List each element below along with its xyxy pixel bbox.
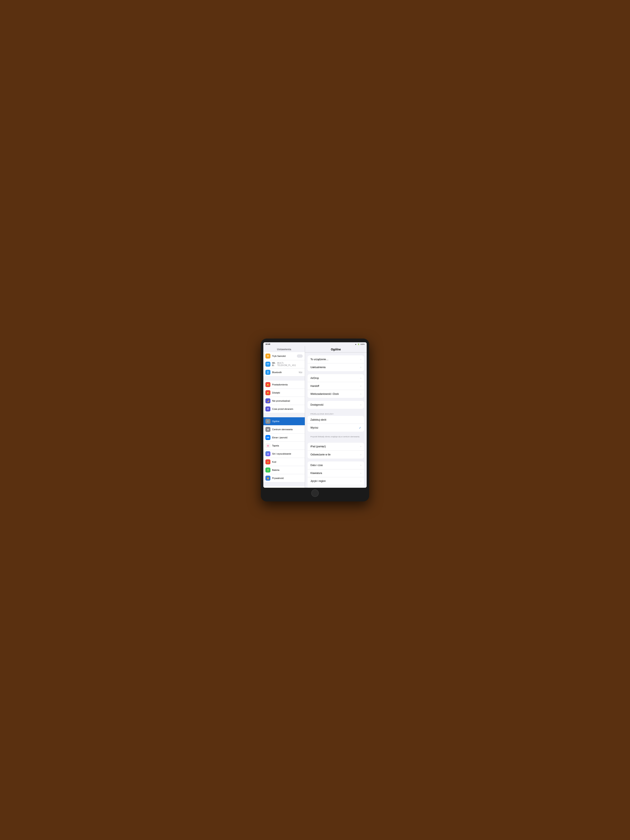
sidebar-item-screentime[interactable]: ⏱ Czas przed ekranem	[263, 405, 305, 413]
panel-row-language[interactable]: Język i region ›	[308, 477, 364, 485]
mute-checkmark: ✓	[359, 426, 361, 429]
sidebar-item-display[interactable]: AA Ekran i jasność	[263, 434, 305, 442]
battery-icon: 🔋	[265, 467, 270, 472]
panel-row-bg-refresh[interactable]: Odświeżanie w tle ›	[308, 451, 364, 458]
battery-icon: 🔋	[357, 343, 360, 345]
panel-section-airdrop: AirDrop › Handoff › Wielozadaniowość i D…	[308, 374, 364, 398]
display-icon: AA	[265, 435, 270, 440]
label-handoff: Handoff	[310, 385, 359, 387]
sidebar-label-wifi: Wi-Fi	[272, 362, 276, 367]
sidebar-sep-3	[263, 482, 305, 486]
panel-row-ipad-memory[interactable]: iPad (pamięć) ›	[308, 443, 364, 451]
chevron-ipad-memory: ›	[360, 445, 361, 448]
sidebar-item-wifi[interactable]: Wi-Fi MULTI-TELEKOM_PL_4G1	[263, 360, 305, 368]
sidebar-item-general[interactable]: ⚙️ Ogólne	[263, 417, 305, 425]
chevron-about: ›	[360, 358, 361, 361]
label-accessibility: Dostępność	[310, 403, 359, 406]
label-ipad-memory: iPad (pamięć)	[310, 445, 359, 448]
chevron-datetime: ›	[360, 464, 361, 467]
settings-layout: Ustawienia ✈ Tryb Samolot Wi-Fi MULTI-TE…	[263, 346, 367, 488]
label-rotation-lock: Zablokuj obrót	[310, 418, 361, 421]
panel-group-about: To urządzenie… › Uaktualnienia ›	[308, 355, 364, 371]
siri-icon: ◎	[265, 451, 270, 456]
sounds-icon: 🔔	[265, 390, 270, 395]
panel-row-datetime[interactable]: Data i czas ›	[308, 461, 364, 469]
sidebar-label-screentime: Czas przed ekranem	[272, 408, 303, 410]
sidebar-item-battery[interactable]: 🔋 Bateria	[263, 466, 305, 474]
panel-row-about[interactable]: To urządzenie… ›	[308, 355, 364, 363]
panel-row-update[interactable]: Uaktualnienia ›	[308, 363, 364, 371]
sidebar-label-airplane: Tryb Samolot	[272, 355, 295, 357]
panel-row-dictionary[interactable]: Słownik ›	[308, 485, 364, 488]
panel-section-about: To urządzenie… › Uaktualnienia ›	[308, 355, 364, 371]
airplane-icon: ✈	[265, 354, 270, 358]
panel-row-multitasking[interactable]: Wielozadaniowość i Dock ›	[308, 390, 364, 398]
panel-row-handoff[interactable]: Handoff ›	[308, 382, 364, 390]
chevron-bg-refresh: ›	[360, 453, 361, 456]
panel-row-keyboard[interactable]: Klawiatura ›	[308, 469, 364, 477]
panel-group-datetime: Data i czas › Klawiatura › Język i regio…	[308, 461, 364, 488]
label-multitasking: Wielozadaniowość i Dock	[310, 393, 359, 395]
sidebar-item-airplane[interactable]: ✈ Tryb Samolot	[263, 352, 305, 360]
sidebar-item-passcode[interactable]: 🔒 Kod	[263, 458, 305, 466]
panel-group-sideswitch: Zablokuj obrót Wycisz ✓	[308, 416, 364, 432]
chevron-handoff: ›	[360, 385, 361, 387]
sidebar-label-wallpaper: Tapeta	[272, 444, 303, 447]
sidebar-label-passcode: Kod	[272, 461, 303, 463]
chevron-multitasking: ›	[360, 393, 361, 395]
status-right: ▲ 🔋 100%	[355, 343, 365, 345]
sidebar-label-dnd: Nie przeszkadzać	[272, 399, 303, 402]
sidebar-label-sounds: Dźwięki	[272, 392, 303, 394]
panel-row-mute[interactable]: Wycisz ✓	[308, 424, 364, 432]
controlcenter-icon: ⊞	[265, 427, 270, 432]
sidebar-label-controlcenter: Centrum sterowania	[272, 428, 303, 431]
battery-percent: 100%	[360, 343, 365, 345]
home-button[interactable]	[311, 489, 319, 497]
sidebar-item-itunes[interactable]: 🅰 iTunes Store i App Store	[263, 486, 305, 488]
sidebar-item-notifications[interactable]: 🔔 Powiadomienia	[263, 381, 305, 389]
panel-row-accessibility[interactable]: Dostępność ›	[308, 401, 364, 409]
sideswitch-section-title: PRZEŁĄCZNIK BOCZNY:	[308, 412, 364, 416]
screentime-icon: ⏱	[265, 406, 270, 412]
status-bar: 10:40 ▲ 🔋 100%	[263, 342, 367, 346]
wifi-value: MULTI-TELEKOM_PL_4G1	[277, 362, 303, 366]
wifi-icon	[265, 362, 270, 367]
chevron-update: ›	[360, 366, 361, 369]
wifi-icon: ▲	[355, 343, 357, 345]
chevron-airdrop: ›	[360, 377, 361, 380]
panel-group-accessibility: Dostępność ›	[308, 401, 364, 409]
panel-group-ipad: iPad (pamięć) › Odświeżanie w tle ›	[308, 443, 364, 458]
label-mute: Wycisz	[310, 426, 358, 429]
sidebar-label-privacy: Prywatność	[272, 477, 303, 479]
privacy-icon: 🤚	[265, 475, 270, 481]
sidebar-label-general: Ogólne	[272, 420, 303, 423]
notifications-icon: 🔔	[265, 382, 270, 387]
bluetooth-value: Wył.	[299, 371, 303, 374]
sidebar-item-bluetooth[interactable]: ᛒ Bluetooth Wył.	[263, 368, 305, 376]
label-language: Język i region	[310, 480, 359, 483]
airplane-toggle[interactable]	[297, 354, 303, 358]
panel-section-sideswitch: PRZEŁĄCZNIK BOCZNY: Zablokuj obrót Wycis…	[308, 412, 364, 440]
panel-row-rotation-lock[interactable]: Zablokuj obrót	[308, 416, 364, 424]
sidebar-label-siri: Siri i wyszukiwanie	[272, 453, 303, 455]
bluetooth-icon: ᛒ	[265, 370, 270, 375]
tablet-device: 10:40 ▲ 🔋 100% Ustawienia ✈ Tryb Samolot	[261, 338, 369, 502]
label-keyboard: Klawiatura	[310, 472, 359, 475]
sidebar-item-wallpaper[interactable]: 🌸 Tapeta	[263, 442, 305, 450]
label-about: To urządzenie…	[310, 358, 359, 361]
dnd-icon: 🌙	[265, 398, 270, 403]
panel-row-airdrop[interactable]: AirDrop ›	[308, 374, 364, 382]
panel-section-accessibility: Dostępność ›	[308, 401, 364, 409]
label-datetime: Data i czas	[310, 464, 359, 467]
sidebar-item-dnd[interactable]: 🌙 Nie przeszkadzać	[263, 397, 305, 405]
sidebar-item-siri[interactable]: ◎ Siri i wyszukiwanie	[263, 450, 305, 458]
label-airdrop: AirDrop	[310, 377, 359, 380]
chevron-keyboard: ›	[360, 472, 361, 475]
sidebar-item-privacy[interactable]: 🤚 Prywatność	[263, 474, 305, 482]
sidebar-header: Ustawienia	[263, 346, 305, 352]
sidebar-item-sounds[interactable]: 🔔 Dźwięki	[263, 389, 305, 397]
sidebar-item-controlcenter[interactable]: ⊞ Centrum sterowania	[263, 425, 305, 434]
panel-section-datetime: Data i czas › Klawiatura › Język i regio…	[308, 461, 364, 488]
main-panel: Ogólne To urządzenie… › Uaktualnienia ›	[305, 346, 367, 488]
sideswitch-note: Przycisk blokady obrotu znajduje się w c…	[308, 434, 364, 440]
